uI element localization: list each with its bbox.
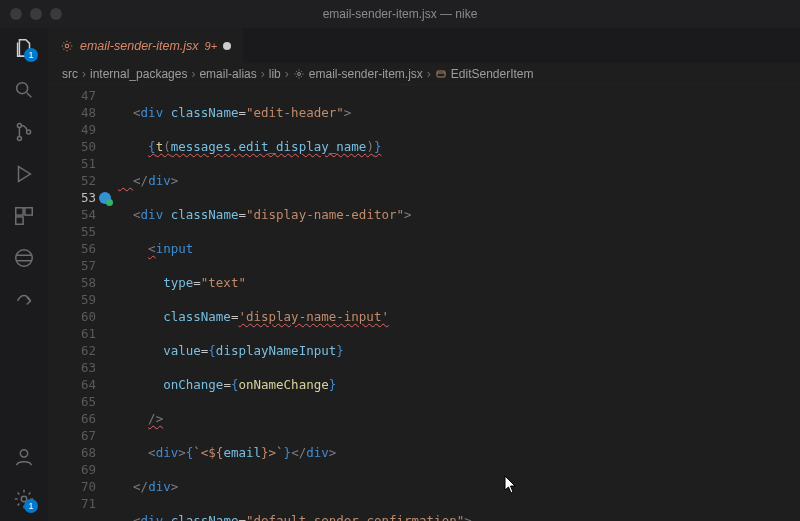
svg-point-0 (17, 83, 28, 94)
chevron-right-icon: › (427, 67, 431, 81)
svg-point-10 (65, 44, 69, 48)
line-number[interactable]: 63 (48, 359, 118, 376)
chevron-right-icon: › (285, 67, 289, 81)
search-icon[interactable] (12, 78, 36, 102)
remote-icon[interactable] (12, 246, 36, 270)
chevron-right-icon: › (261, 67, 265, 81)
crumb-lib[interactable]: lib (269, 67, 281, 81)
run-debug-icon[interactable] (12, 162, 36, 186)
activity-bar: 1 1 (0, 28, 48, 521)
close-window-icon[interactable] (10, 8, 22, 20)
account-icon[interactable] (12, 445, 36, 469)
line-number[interactable]: 60 (48, 308, 118, 325)
line-number[interactable]: 55 (48, 223, 118, 240)
svg-point-7 (16, 250, 33, 267)
svg-point-8 (20, 450, 27, 457)
breakpoint-hint-icon[interactable] (96, 189, 114, 206)
crumb-alias[interactable]: email-alias (199, 67, 256, 81)
line-number[interactable]: 52 (48, 172, 118, 189)
line-number[interactable]: 48 (48, 104, 118, 121)
window-title: email-sender-item.jsx — nike (0, 7, 800, 21)
crumb-internal[interactable]: internal_packages (90, 67, 187, 81)
breadcrumb[interactable]: src › internal_packages › email-alias › … (48, 63, 800, 85)
zoom-window-icon[interactable] (50, 8, 62, 20)
jsx-file-icon (293, 68, 305, 80)
tab-problem-count: 9+ (205, 40, 218, 52)
line-number[interactable]: 50 (48, 138, 118, 155)
line-number[interactable]: 56 (48, 240, 118, 257)
code-editor[interactable]: 4748495051525354555657585960616263646566… (48, 85, 800, 521)
line-number[interactable]: 47 (48, 87, 118, 104)
line-number[interactable]: 59 (48, 291, 118, 308)
crumb-file[interactable]: email-sender-item.jsx (309, 67, 423, 81)
tab-filename: email-sender-item.jsx (80, 39, 199, 53)
explorer-badge: 1 (24, 48, 38, 62)
line-number[interactable]: 67 (48, 427, 118, 444)
svg-point-1 (17, 124, 21, 128)
svg-point-2 (17, 136, 21, 140)
line-number-gutter[interactable]: 4748495051525354555657585960616263646566… (48, 85, 118, 521)
svg-rect-12 (437, 71, 445, 77)
share-icon[interactable] (12, 288, 36, 312)
line-number[interactable]: 49 (48, 121, 118, 138)
line-number[interactable]: 51 (48, 155, 118, 172)
line-number[interactable]: 71 (48, 495, 118, 512)
code-content[interactable]: <div className="edit-header"> {t(message… (118, 85, 800, 521)
titlebar: email-sender-item.jsx — nike (0, 0, 800, 28)
window-controls[interactable] (10, 8, 62, 20)
line-number[interactable]: 66 (48, 410, 118, 427)
svg-rect-4 (16, 208, 23, 215)
minimize-window-icon[interactable] (30, 8, 42, 20)
crumb-symbol[interactable]: EditSenderItem (451, 67, 534, 81)
line-number[interactable]: 65 (48, 393, 118, 410)
line-number[interactable]: 64 (48, 376, 118, 393)
editor-area: email-sender-item.jsx 9+ src › internal_… (48, 28, 800, 521)
symbol-class-icon (435, 68, 447, 80)
line-number[interactable]: 54 (48, 206, 118, 223)
line-number[interactable]: 58 (48, 274, 118, 291)
tab-dirty-indicator (223, 42, 231, 50)
line-number[interactable]: 70 (48, 478, 118, 495)
svg-point-3 (27, 130, 31, 134)
tab-email-sender-item[interactable]: email-sender-item.jsx 9+ (48, 28, 243, 63)
tab-bar: email-sender-item.jsx 9+ (48, 28, 800, 63)
svg-point-11 (297, 72, 300, 75)
line-number[interactable]: 61 (48, 325, 118, 342)
svg-rect-5 (25, 208, 32, 215)
svg-rect-6 (16, 217, 23, 224)
chevron-right-icon: › (82, 67, 86, 81)
explorer-icon[interactable]: 1 (12, 36, 36, 60)
line-number[interactable]: 57 (48, 257, 118, 274)
source-control-icon[interactable] (12, 120, 36, 144)
chevron-right-icon: › (191, 67, 195, 81)
line-number[interactable]: 68 (48, 444, 118, 461)
settings-badge: 1 (24, 499, 38, 513)
line-number[interactable]: 62 (48, 342, 118, 359)
jsx-file-icon (60, 39, 74, 53)
crumb-src[interactable]: src (62, 67, 78, 81)
settings-gear-icon[interactable]: 1 (12, 487, 36, 511)
line-number[interactable]: 69 (48, 461, 118, 478)
extensions-icon[interactable] (12, 204, 36, 228)
